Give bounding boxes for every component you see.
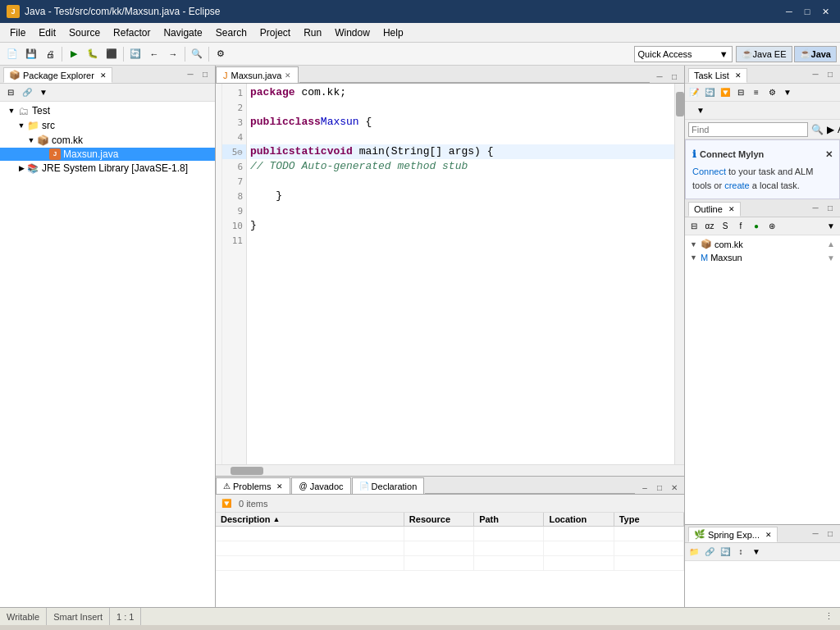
- menu-edit[interactable]: Edit: [32, 24, 62, 42]
- spring-btn-1[interactable]: 📁: [687, 545, 701, 559]
- collapse-all-button[interactable]: ⊟: [3, 85, 18, 100]
- minimize-button[interactable]: ─: [781, 4, 797, 19]
- spring-close-icon[interactable]: ✕: [765, 531, 772, 539]
- task-toolbar2-btn[interactable]: ▼: [693, 103, 708, 118]
- task-settings-button[interactable]: ⚙: [765, 85, 779, 100]
- perspective-java[interactable]: ☕ Java: [794, 46, 837, 62]
- menu-run[interactable]: Run: [297, 24, 328, 42]
- menu-file[interactable]: File: [3, 24, 32, 42]
- task-search-input[interactable]: [688, 122, 808, 137]
- bottom-maximize-button[interactable]: □: [653, 481, 666, 494]
- task-list-tab[interactable]: Task List ✕: [688, 68, 747, 83]
- outline-minimize-button[interactable]: ─: [809, 202, 822, 215]
- save-button[interactable]: 💾: [22, 45, 40, 63]
- spring-btn-4[interactable]: ↕: [733, 545, 748, 559]
- view-menu-button[interactable]: ▼: [36, 85, 51, 100]
- outline-item-comkk[interactable]: ▼ 📦 com.kk ▲: [687, 237, 838, 251]
- tab-problems[interactable]: ⚠ Problems ✕: [216, 477, 290, 494]
- outline-close-icon[interactable]: ✕: [728, 205, 735, 213]
- task-dropdown-button[interactable]: ▼: [780, 85, 795, 100]
- editor-minimize-button[interactable]: ─: [653, 70, 666, 83]
- outline-alpha-btn[interactable]: αz: [702, 219, 717, 234]
- editor-maximize-button[interactable]: □: [668, 70, 681, 83]
- new-button[interactable]: 📄: [3, 45, 21, 63]
- link-editor-button[interactable]: 🔗: [20, 85, 34, 100]
- close-button[interactable]: ✕: [817, 4, 833, 19]
- run-button[interactable]: ▶: [65, 45, 83, 63]
- filter-button[interactable]: 🔽: [219, 496, 234, 511]
- tree-item-src[interactable]: ▼ 📁 src: [0, 118, 215, 133]
- tree-item-maxsun[interactable]: J Maxsun.java: [0, 148, 215, 161]
- print-button[interactable]: 🖨: [41, 45, 59, 63]
- outline-static-btn[interactable]: S: [718, 219, 733, 234]
- create-link[interactable]: create: [724, 180, 750, 190]
- h-scroll-thumb[interactable]: [231, 467, 263, 475]
- maximize-button[interactable]: □: [799, 4, 815, 19]
- task-collapse-button[interactable]: ⊟: [733, 85, 748, 100]
- spring-dropdown-btn[interactable]: ▼: [749, 545, 764, 559]
- task-list-close-icon[interactable]: ✕: [735, 71, 742, 80]
- menu-source[interactable]: Source: [62, 24, 107, 42]
- connect-mylyn-close[interactable]: ✕: [825, 148, 833, 162]
- outline-green-btn[interactable]: ●: [749, 219, 764, 234]
- outline-maximize-button[interactable]: □: [824, 202, 837, 215]
- code-editor[interactable]: package com.kk; public class Maxsun { pu…: [247, 84, 674, 464]
- menu-project[interactable]: Project: [253, 24, 297, 42]
- task-filter-all[interactable]: ▶: [827, 124, 834, 135]
- title-bar-controls[interactable]: ─ □ ✕: [781, 4, 833, 19]
- col-location[interactable]: Location: [544, 513, 614, 526]
- spring-btn-2[interactable]: 🔗: [702, 545, 717, 559]
- tree-item-test[interactable]: ▼ 🗂 Test: [0, 103, 215, 118]
- menu-search[interactable]: Search: [209, 24, 253, 42]
- forward-button[interactable]: →: [164, 45, 182, 63]
- outline-filter-btn[interactable]: ⊛: [765, 219, 779, 234]
- toolbar-btn-5[interactable]: ⚙: [212, 45, 230, 63]
- panel-maximize-button[interactable]: □: [199, 68, 212, 81]
- problems-close-icon[interactable]: ✕: [276, 482, 283, 491]
- connect-link[interactable]: Connect: [692, 167, 726, 176]
- menu-window[interactable]: Window: [328, 24, 377, 42]
- editor-horizontal-scroll[interactable]: [216, 464, 684, 476]
- tab-javadoc[interactable]: @ Javadoc: [291, 477, 350, 494]
- spring-btn-3[interactable]: 🔄: [718, 545, 733, 559]
- task-filter-button[interactable]: 🔽: [718, 85, 733, 100]
- outline-item-maxsun[interactable]: ▼ M Maxsun ▼: [687, 251, 838, 264]
- outline-fields-btn[interactable]: f: [733, 219, 748, 234]
- package-explorer-tab[interactable]: 📦 Package Explorer ✕: [3, 67, 112, 83]
- col-resource[interactable]: Resource: [404, 513, 474, 526]
- outline-scroll-down[interactable]: ▼: [827, 253, 835, 262]
- perspective-java-ee[interactable]: ☕ Java EE: [736, 46, 792, 62]
- refresh-button[interactable]: 🔄: [126, 45, 144, 63]
- quick-access-box[interactable]: Quick Access ▼: [634, 46, 733, 62]
- editor-tab-maxsun[interactable]: J Maxsun.java ✕: [216, 66, 299, 83]
- stop-button[interactable]: ⬛: [103, 45, 121, 63]
- spring-maximize-button[interactable]: □: [824, 527, 837, 541]
- task-minimize-button[interactable]: ─: [809, 68, 822, 81]
- tree-item-jre[interactable]: ▶ 📚 JRE System Library [JavaSE-1.8]: [0, 161, 215, 176]
- editor-tab-close[interactable]: ✕: [285, 71, 291, 80]
- menu-navigate[interactable]: Navigate: [157, 24, 208, 42]
- outline-tab[interactable]: Outline ✕: [688, 202, 741, 217]
- task-new-button[interactable]: 📝: [687, 85, 701, 100]
- panel-minimize-button[interactable]: ─: [184, 68, 197, 81]
- bottom-minimize-button[interactable]: –: [638, 481, 651, 494]
- menu-refactor[interactable]: Refactor: [107, 24, 157, 42]
- outline-dropdown-btn[interactable]: ▼: [824, 219, 838, 234]
- task-more-button[interactable]: ≡: [749, 85, 764, 100]
- task-sync-button[interactable]: 🔄: [702, 85, 717, 100]
- back-button[interactable]: ←: [145, 45, 163, 63]
- debug-button[interactable]: 🐛: [84, 45, 102, 63]
- task-maximize-button[interactable]: □: [824, 68, 837, 81]
- outline-scroll-up[interactable]: ▲: [827, 240, 835, 249]
- search-button[interactable]: 🔍: [188, 45, 206, 63]
- spring-tab[interactable]: 🌿 Spring Exp... ✕: [688, 527, 778, 542]
- spring-minimize-button[interactable]: ─: [809, 527, 822, 541]
- outline-collapse-btn[interactable]: ⊟: [687, 219, 701, 234]
- package-explorer-close-icon[interactable]: ✕: [100, 71, 107, 80]
- tab-declaration[interactable]: 📄 Declaration: [352, 477, 425, 494]
- bottom-close-button[interactable]: ✕: [668, 481, 681, 494]
- col-description[interactable]: Description ▲: [216, 513, 404, 526]
- col-type[interactable]: Type: [614, 513, 684, 526]
- tree-item-comkk[interactable]: ▼ 📦 com.kk: [0, 133, 215, 148]
- menu-help[interactable]: Help: [377, 24, 410, 42]
